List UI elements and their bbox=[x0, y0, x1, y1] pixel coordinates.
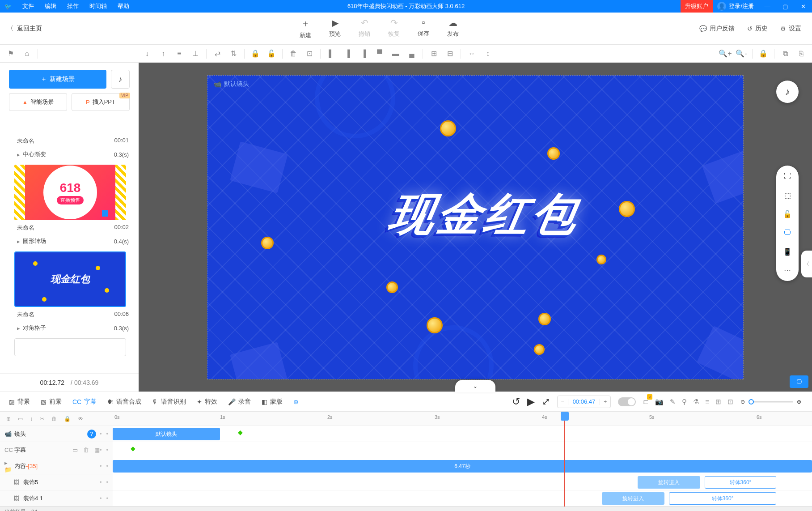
track-area[interactable]: 0s 1s 2s 3s 4s 5s 6s 默认镜头 ◆ ◆ 6.47秒 旋转进入 bbox=[113, 412, 812, 507]
keyframe-marker[interactable]: ◆ bbox=[131, 445, 135, 452]
scene-item[interactable]: 未命名00:01 ▸中心渐变0.3(s) bbox=[7, 115, 131, 162]
track-row-content[interactable]: 6.47秒 bbox=[113, 458, 812, 474]
track-row-dec41[interactable]: 旋转进入 转体360° bbox=[113, 490, 812, 507]
save-button[interactable]: ▫保存 bbox=[418, 17, 429, 39]
mobile-icon[interactable]: 📱 bbox=[780, 246, 795, 257]
grid-icon[interactable]: ⊡ bbox=[727, 398, 733, 406]
clip-rotin[interactable]: 旋转进入 bbox=[638, 476, 700, 489]
clip-content[interactable]: 6.47秒 bbox=[113, 460, 812, 473]
clip-rotin[interactable]: 旋转进入 bbox=[602, 492, 664, 505]
scene-transition[interactable]: 圆形转场 bbox=[23, 237, 46, 245]
dot[interactable]: • bbox=[100, 463, 102, 469]
login-button[interactable]: 👤 登录/注册 bbox=[713, 2, 758, 11]
zoom-out-icon[interactable]: 🔍- bbox=[733, 46, 749, 62]
tab-bg[interactable]: ▨背景 bbox=[9, 398, 30, 406]
preview-button[interactable]: ▶预览 bbox=[329, 17, 341, 39]
insert-ppt-button[interactable]: P插入PPTVIP bbox=[72, 93, 130, 111]
list-icon[interactable]: ≡ bbox=[705, 398, 709, 406]
menu-edit[interactable]: 编辑 bbox=[39, 2, 62, 10]
dot[interactable]: • bbox=[106, 463, 108, 469]
lock-icon[interactable]: 🔒 bbox=[64, 416, 71, 422]
camera-icon[interactable]: 📷 bbox=[655, 398, 664, 406]
zoom-minus-icon[interactable]: ⊖ bbox=[740, 399, 745, 405]
minimize-button[interactable]: — bbox=[758, 0, 776, 13]
time-minus[interactable]: − bbox=[558, 399, 568, 405]
tool1-icon[interactable]: ⊏ bbox=[643, 398, 649, 406]
align-center-icon[interactable]: ▐ bbox=[339, 46, 355, 62]
align-left-icon[interactable]: ▌ bbox=[323, 46, 339, 62]
more-icon[interactable]: ⋯ bbox=[780, 265, 795, 276]
scene-thumb[interactable]: 现金红包 bbox=[14, 251, 126, 307]
upgrade-button[interactable]: 升级账户 bbox=[681, 0, 713, 13]
rewind-button[interactable]: ↺ bbox=[512, 396, 520, 408]
back-home-button[interactable]: 〈 返回主页 bbox=[0, 25, 139, 33]
ruler[interactable]: 0s 1s 2s 3s 4s 5s 6s bbox=[113, 412, 812, 426]
scene-thumb[interactable]: 618直播预售 bbox=[14, 165, 126, 220]
add-track-icon[interactable]: ⊕ bbox=[6, 416, 11, 422]
toggle-switch[interactable] bbox=[618, 397, 636, 406]
track-content[interactable]: ▸📁内容-[35]•• bbox=[0, 458, 113, 474]
trash-icon[interactable]: 🗑 bbox=[51, 416, 57, 422]
publish-button[interactable]: ☁发布 bbox=[447, 17, 459, 39]
edit-icon[interactable]: ✎ bbox=[670, 398, 676, 406]
align-vbot-icon[interactable]: ▄ bbox=[404, 46, 420, 62]
format-paint-icon[interactable]: ⚑ bbox=[3, 46, 19, 62]
scene-list[interactable]: 未命名00:01 ▸中心渐变0.3(s) 03 618直播预售 未命名00:02… bbox=[0, 115, 139, 373]
smart-scene-button[interactable]: ▲智能场景 bbox=[9, 93, 67, 111]
music-button[interactable]: ♪ bbox=[111, 70, 130, 89]
right-panel-toggle[interactable]: 〈 bbox=[801, 251, 812, 277]
track-camera[interactable]: 📹镜头?•• bbox=[0, 426, 113, 442]
canvas-main-text[interactable]: 现金红包 bbox=[385, 185, 585, 245]
scene-transition[interactable]: 对角格子 bbox=[23, 324, 46, 332]
ext-icon[interactable]: ▭ bbox=[72, 447, 78, 453]
fullscreen-icon[interactable]: ⛶ bbox=[780, 171, 795, 182]
tab-record[interactable]: 🎤录音 bbox=[228, 398, 251, 406]
expand-button[interactable]: ⤢ bbox=[542, 396, 550, 408]
anchor-icon[interactable]: ⚲ bbox=[682, 398, 687, 406]
same-width-icon[interactable]: ↔ bbox=[464, 46, 480, 62]
camera-icon[interactable]: ⊡ bbox=[301, 46, 317, 62]
settings-button[interactable]: ⚙设置 bbox=[780, 25, 801, 33]
undo-button[interactable]: ↶撤销 bbox=[359, 17, 370, 39]
track-row-subtitle[interactable]: ◆ bbox=[113, 442, 812, 458]
scene-thumb[interactable] bbox=[14, 115, 126, 133]
dot[interactable]: • bbox=[100, 495, 102, 502]
menu-help[interactable]: 帮助 bbox=[112, 2, 135, 10]
home-icon[interactable]: ⌂ bbox=[19, 46, 35, 62]
lock-icon[interactable]: 🔒 bbox=[247, 46, 263, 62]
canvas-area[interactable]: 📹默认镜头 现金红包 ♪ ⛶ ⬚ 🔓 🖵 📱 ⋯ 〈 ⌄ 🖵 bbox=[139, 63, 812, 392]
track-dec41[interactable]: 🖼装饰4 1•• bbox=[0, 490, 113, 507]
align-bottom-icon[interactable]: ↓ bbox=[139, 46, 155, 62]
dot[interactable]: • bbox=[106, 447, 108, 453]
same-height-icon[interactable]: ↕ bbox=[480, 46, 496, 62]
tab-subtitle[interactable]: CC字幕 bbox=[72, 398, 97, 406]
feedback-button[interactable]: 💬用户反馈 bbox=[699, 25, 735, 33]
dot[interactable]: • bbox=[100, 479, 102, 485]
zoom-in-icon[interactable]: 🔍+ bbox=[717, 46, 733, 62]
flip-v-icon[interactable]: ⇅ bbox=[225, 46, 241, 62]
flip-h-icon[interactable]: ⇄ bbox=[209, 46, 225, 62]
filter-icon[interactable]: ⚗ bbox=[693, 398, 699, 406]
lock2-icon[interactable]: 🔒 bbox=[755, 46, 771, 62]
copy-icon[interactable]: ⧉ bbox=[777, 46, 793, 62]
align-vtop-icon[interactable]: ▀ bbox=[372, 46, 388, 62]
new-scene-button[interactable]: ＋新建场景 bbox=[9, 70, 106, 89]
keyframe-marker[interactable]: ◆ bbox=[238, 429, 243, 436]
box-icon[interactable]: ⊞ bbox=[715, 398, 721, 406]
eye-icon[interactable]: 👁 bbox=[78, 416, 83, 422]
track-dec5[interactable]: 🖼装饰5•• bbox=[0, 474, 113, 490]
menu-file[interactable]: 文件 bbox=[17, 2, 39, 10]
ext-icon[interactable]: 🗑 bbox=[83, 447, 89, 453]
tab-asr[interactable]: 🎙语音识别 bbox=[152, 398, 186, 406]
playhead[interactable] bbox=[564, 412, 565, 507]
align-baseline-icon[interactable]: ⊥ bbox=[187, 46, 203, 62]
scene-item-selected[interactable]: 04 现金红包 未命名00:06 ▸对角格子0.3(s) bbox=[7, 251, 131, 336]
folder-icon[interactable]: ▭ bbox=[18, 416, 23, 422]
redo-button[interactable]: ↷恢复 bbox=[388, 17, 400, 39]
collapse-button[interactable]: ⌄ bbox=[455, 380, 495, 392]
close-button[interactable]: ✕ bbox=[794, 0, 812, 13]
dot[interactable]: • bbox=[106, 479, 108, 485]
help-icon[interactable]: ? bbox=[87, 430, 96, 439]
dot[interactable]: • bbox=[100, 430, 102, 437]
menu-action[interactable]: 操作 bbox=[62, 2, 84, 10]
